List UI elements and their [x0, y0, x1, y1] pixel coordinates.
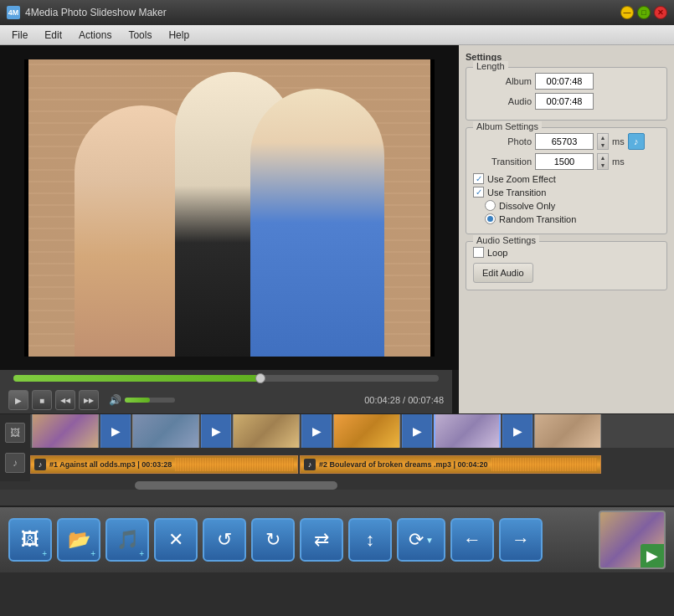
- audio-clip-label-1: #1 Against all odds.mp3 | 00:03:28: [49, 460, 172, 469]
- top-area: ▶ ■ ◀◀ ▶▶ 🔊 00:04:28 / 00:07:48 Settings…: [0, 45, 674, 413]
- stop-button[interactable]: ■: [32, 390, 52, 410]
- forward-icon: →: [512, 529, 530, 551]
- redo-icon: ↻: [265, 529, 280, 551]
- volume-icon: 🔊: [109, 394, 121, 406]
- length-group-label: Length: [473, 61, 508, 71]
- zoom-effect-checkbox[interactable]: [473, 173, 484, 184]
- transition-row: Transition ▲ ▼ ms: [473, 153, 660, 170]
- content-area: ▶ ■ ◀◀ ▶▶ 🔊 00:04:28 / 00:07:48 Settings…: [0, 45, 674, 616]
- album-label: Album: [473, 76, 532, 86]
- transition-arrow-1[interactable]: ▶: [100, 414, 131, 448]
- playback-controls: ▶ ■ ◀◀ ▶▶ 🔊 00:04:28 / 00:07:48: [0, 387, 452, 413]
- transition-arrow-2[interactable]: ▶: [201, 414, 231, 448]
- edit-audio-button[interactable]: Edit Audio: [473, 263, 533, 283]
- undo-icon: ↺: [217, 529, 232, 551]
- dissolve-row: Dissolve Only: [485, 200, 660, 211]
- prev-button[interactable]: ◀◀: [55, 390, 75, 410]
- audio-waveform-1: [175, 458, 294, 471]
- maximize-button[interactable]: □: [637, 6, 651, 19]
- photo-unit: ms: [612, 136, 625, 146]
- add-music-button[interactable]: 🎵 +: [105, 518, 149, 562]
- volume-track[interactable]: [125, 398, 175, 403]
- photo-spinner[interactable]: ▲ ▼: [597, 133, 609, 150]
- timeline: 🖼 ♪ ▶ ▶: [0, 413, 674, 506]
- music-sync-button[interactable]: ♪: [628, 133, 645, 150]
- minimize-button[interactable]: —: [620, 6, 634, 19]
- progress-thumb[interactable]: [255, 373, 265, 383]
- app-icon: 4M: [7, 6, 20, 19]
- photo-thumb-5[interactable]: [434, 414, 501, 448]
- photo-thumb-1[interactable]: [32, 414, 99, 448]
- app-title: 4Media Photo Slideshow Maker: [25, 7, 615, 18]
- audio-waveform-2: [491, 458, 597, 471]
- forward-button[interactable]: →: [499, 518, 543, 562]
- use-transition-row: Use Transition: [473, 187, 660, 198]
- photo-thumb-6[interactable]: [534, 414, 601, 448]
- loop-row: Loop: [473, 247, 660, 258]
- transition-value-field[interactable]: [535, 153, 594, 170]
- timeline-scrollbar[interactable]: [0, 481, 674, 490]
- progress-area: [0, 370, 452, 387]
- use-transition-checkbox[interactable]: [473, 187, 484, 198]
- add-music-icon: 🎵: [116, 529, 139, 551]
- photo-label: Photo: [473, 136, 532, 146]
- menu-actions[interactable]: Actions: [70, 28, 120, 43]
- loop-label: Loop: [487, 248, 507, 258]
- add-image-plus-icon: +: [42, 549, 47, 558]
- delete-button[interactable]: ✕: [154, 518, 198, 562]
- add-image-icon: 🖼: [21, 529, 39, 551]
- output-thumbnail[interactable]: ▶: [599, 511, 666, 569]
- open-folder-icon: 📂: [68, 529, 90, 551]
- photo-track[interactable]: ▶ ▶ ▶: [30, 414, 674, 448]
- photo-value-field[interactable]: [535, 133, 594, 150]
- next-button[interactable]: ▶▶: [79, 390, 99, 410]
- add-music-plus-icon: +: [139, 549, 144, 558]
- audio-settings-group: Audio Settings Loop Edit Audio: [466, 241, 667, 290]
- undo-button[interactable]: ↺: [203, 518, 246, 562]
- titlebar: 4M 4Media Photo Slideshow Maker — □ ✕: [0, 0, 674, 25]
- loop-icon: ⇄: [314, 529, 329, 551]
- radio-selected-indicator: [487, 216, 493, 222]
- audio-clip-2[interactable]: ♪ #2 Boulevard of broken dreams .mp3 | 0…: [300, 455, 601, 474]
- play-button[interactable]: ▶: [8, 390, 28, 410]
- audio-clip-1[interactable]: ♪ #1 Against all odds.mp3 | 00:03:28: [30, 455, 298, 474]
- transition-arrow-5[interactable]: ▶: [502, 414, 533, 448]
- close-button[interactable]: ✕: [654, 6, 667, 19]
- settings-panel: Settings Length Album Audio Album Settin…: [459, 45, 674, 413]
- menu-edit[interactable]: Edit: [36, 28, 70, 43]
- add-image-button[interactable]: 🖼 +: [8, 518, 52, 562]
- album-settings-group: Album Settings Photo ▲ ▼ ms ♪ Transition: [466, 127, 667, 234]
- open-folder-button[interactable]: 📂 +: [57, 518, 100, 562]
- menu-help[interactable]: Help: [160, 28, 198, 43]
- dissolve-radio[interactable]: [485, 200, 496, 211]
- audio-settings-label: Audio Settings: [473, 235, 539, 245]
- audio-value-field[interactable]: [535, 93, 594, 110]
- photo-thumb-3[interactable]: [233, 414, 300, 448]
- audio-note-icon-1: ♪: [34, 459, 46, 470]
- random-radio[interactable]: [485, 213, 496, 224]
- progress-track[interactable]: [13, 375, 439, 382]
- flip-button[interactable]: ↕: [348, 518, 392, 562]
- photo-row: Photo ▲ ▼ ms ♪: [473, 133, 660, 150]
- redo-button[interactable]: ↻: [251, 518, 295, 562]
- rotate-dropdown-icon[interactable]: ▼: [425, 536, 434, 545]
- album-settings-label: Album Settings: [473, 121, 542, 131]
- menu-file[interactable]: File: [3, 28, 36, 43]
- audio-track[interactable]: ♪ #1 Against all odds.mp3 | 00:03:28 ♪ #…: [30, 448, 674, 481]
- timeline-scroll-thumb[interactable]: [135, 481, 337, 490]
- menu-tools[interactable]: Tools: [120, 28, 160, 43]
- album-value-field[interactable]: [535, 73, 594, 90]
- preview-column: ▶ ■ ◀◀ ▶▶ 🔊 00:04:28 / 00:07:48: [0, 45, 459, 413]
- volume-fill: [125, 398, 150, 403]
- photo-thumb-2[interactable]: [132, 414, 199, 448]
- transition-arrow-3[interactable]: ▶: [301, 414, 332, 448]
- loop-checkbox[interactable]: [473, 247, 484, 258]
- back-button[interactable]: ←: [450, 518, 494, 562]
- rotate-button[interactable]: ⟳ ▼: [397, 518, 445, 562]
- photo-track-icon: 🖼: [5, 423, 25, 443]
- photo-thumb-4[interactable]: [333, 414, 400, 448]
- transition-spinner[interactable]: ▲ ▼: [597, 153, 609, 170]
- menubar: File Edit Actions Tools Help: [0, 25, 674, 45]
- loop-button[interactable]: ⇄: [300, 518, 343, 562]
- transition-arrow-4[interactable]: ▶: [402, 414, 432, 448]
